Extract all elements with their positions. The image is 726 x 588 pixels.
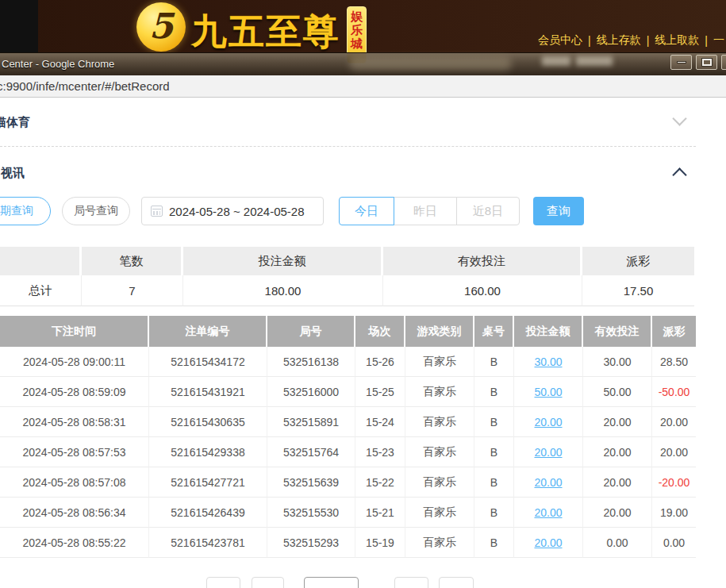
summary-total-row: 总计 7 180.00 160.00 17.50 [0, 275, 694, 306]
nav-separator: | [705, 34, 708, 47]
column-header: 游戏类别 [405, 316, 474, 347]
table-row: 2024-05-28 08:55:22521615423781532515293… [0, 528, 696, 558]
nav-separator: | [588, 34, 591, 47]
game-type-cell: 百家乐 [405, 528, 474, 558]
table-row: 2024-05-28 08:58:31521615430635532515891… [0, 407, 696, 437]
brand-logo-text: 九五至尊 [191, 8, 340, 56]
address-bar[interactable]: c:9900/infe/mcenter/#/betRecord [0, 75, 726, 98]
nav-link[interactable]: 会员中心 [538, 33, 582, 48]
bet-amount-link[interactable]: 30.00 [514, 347, 583, 377]
table-no-cell: B [474, 407, 514, 437]
badge-char: 城 [351, 37, 363, 50]
payout-cell: -20.00 [652, 467, 696, 498]
column-header: 下注时间 [0, 316, 149, 347]
blurred-text-left [542, 56, 570, 66]
table-row: 2024-05-28 08:57:08521615427721532515639… [0, 467, 696, 498]
session-cell: 15-25 [355, 377, 405, 407]
today-button[interactable]: 今日 [339, 197, 394, 225]
bet-amount-link-text[interactable]: 20.00 [534, 446, 562, 459]
last8days-button[interactable]: 近8日 [456, 197, 520, 225]
table-no-cell: B [474, 528, 514, 558]
bet-time-cell: 2024-05-28 09:00:11 [0, 347, 149, 377]
bet-amount-link-text[interactable]: 30.00 [534, 355, 562, 368]
valid-bet-cell: 20.00 [583, 437, 652, 467]
summary-total-count: 7 [82, 275, 183, 306]
bet-amount-link[interactable]: 20.00 [514, 498, 583, 528]
game-type-cell: 百家乐 [405, 498, 474, 528]
round-id-cell: 532515891 [267, 407, 355, 437]
minimize-button[interactable] [670, 55, 692, 70]
round-query-tab[interactable]: 局号查询 [62, 197, 130, 225]
summary-header-blank [0, 247, 82, 275]
table-row: 2024-05-28 08:59:09521615431921532516000… [0, 377, 696, 407]
bet-amount-link-text[interactable]: 20.00 [534, 416, 562, 429]
section-live-label: 视讯 [1, 166, 25, 181]
nav-link[interactable]: 一 [713, 33, 724, 48]
bet-table-header: 下注时间注单编号局号场次游戏类别桌号投注金额有效投注派彩 [0, 316, 696, 347]
bet-amount-link[interactable]: 20.00 [514, 437, 583, 467]
round-id-cell: 532516000 [267, 377, 355, 407]
summary-header-bet-amount: 投注金额 [183, 247, 383, 275]
bet-time-cell: 2024-05-28 08:58:31 [0, 407, 149, 437]
bet-table-body: 2024-05-28 09:00:11521615434172532516138… [0, 347, 696, 558]
pagination-button[interactable] [394, 577, 428, 588]
window-title: Center - Google Chrome [2, 58, 114, 70]
blurred-text-right [576, 56, 613, 66]
valid-bet-cell: 30.00 [583, 347, 652, 377]
bet-id-cell: 521615429338 [149, 437, 267, 467]
date-range-input[interactable]: 2024-05-28 ~ 2024-05-28 [141, 197, 324, 225]
bet-amount-link-text[interactable]: 50.00 [534, 386, 562, 398]
game-type-cell: 百家乐 [405, 377, 474, 407]
date-query-tab[interactable]: 日期查询 [0, 197, 51, 225]
column-header: 投注金额 [514, 316, 583, 347]
nav-link[interactable]: 线上取款 [655, 33, 699, 48]
table-no-cell: B [474, 467, 514, 498]
nav-link[interactable]: 线上存款 [597, 33, 641, 48]
blurred-watermark [349, 57, 512, 71]
summary-header-row: 笔数 投注金额 有效投注 派彩 [0, 247, 694, 275]
badge-char: 乐 [351, 23, 363, 37]
bet-amount-link-text[interactable]: 20.00 [534, 476, 562, 489]
bet-amount-link-text[interactable]: 20.00 [534, 506, 562, 519]
column-header: 局号 [267, 316, 355, 347]
round-id-cell: 532515530 [267, 498, 355, 528]
bet-amount-link-text[interactable]: 20.00 [534, 536, 562, 549]
session-cell: 15-21 [355, 498, 405, 528]
payout-cell: -50.00 [652, 377, 696, 407]
table-no-cell: B [474, 437, 514, 467]
column-header: 派彩 [652, 316, 696, 347]
logo-five-glyph: 5 [149, 6, 174, 46]
bet-id-cell: 521615426439 [149, 498, 267, 528]
bet-time-cell: 2024-05-28 08:56:34 [0, 498, 149, 528]
close-button[interactable] [721, 55, 726, 70]
nav-separator: | [647, 34, 650, 47]
valid-bet-cell: 0.00 [583, 528, 652, 558]
game-type-cell: 百家乐 [405, 407, 474, 437]
bet-amount-link[interactable]: 20.00 [514, 407, 583, 437]
table-no-cell: B [474, 347, 514, 377]
pagination-button[interactable] [252, 577, 284, 588]
round-id-cell: 532515639 [267, 467, 355, 498]
bet-amount-link[interactable]: 20.00 [514, 467, 583, 498]
pagination-button[interactable] [439, 577, 474, 588]
column-header: 场次 [355, 316, 405, 347]
summary-table: 笔数 投注金额 有效投注 派彩 总计 7 180.00 160.00 17.50 [0, 247, 694, 306]
pagination-current-button[interactable] [304, 577, 359, 588]
bet-amount-link[interactable]: 20.00 [514, 528, 583, 558]
round-id-cell: 532515293 [267, 528, 355, 558]
bet-amount-link[interactable]: 50.00 [514, 377, 583, 407]
bet-time-cell: 2024-05-28 08:55:22 [0, 528, 149, 558]
round-id-cell: 532515764 [267, 437, 355, 467]
maximize-button[interactable] [696, 55, 717, 70]
url-text: c:9900/infe/mcenter/#/betRecord [0, 79, 170, 93]
session-cell: 15-23 [355, 437, 405, 467]
pagination-button[interactable] [206, 577, 240, 588]
yesterday-button[interactable]: 昨日 [394, 197, 457, 225]
valid-bet-cell: 50.00 [583, 377, 652, 407]
game-type-cell: 百家乐 [405, 437, 474, 467]
bet-record-table: 下注时间注单编号局号场次游戏类别桌号投注金额有效投注派彩 2024-05-28 … [0, 316, 696, 558]
table-row: 2024-05-28 08:56:34521615426439532515530… [0, 498, 696, 528]
payout-cell: 20.00 [652, 407, 696, 437]
search-button[interactable]: 查询 [533, 197, 584, 225]
table-no-cell: B [474, 377, 514, 407]
